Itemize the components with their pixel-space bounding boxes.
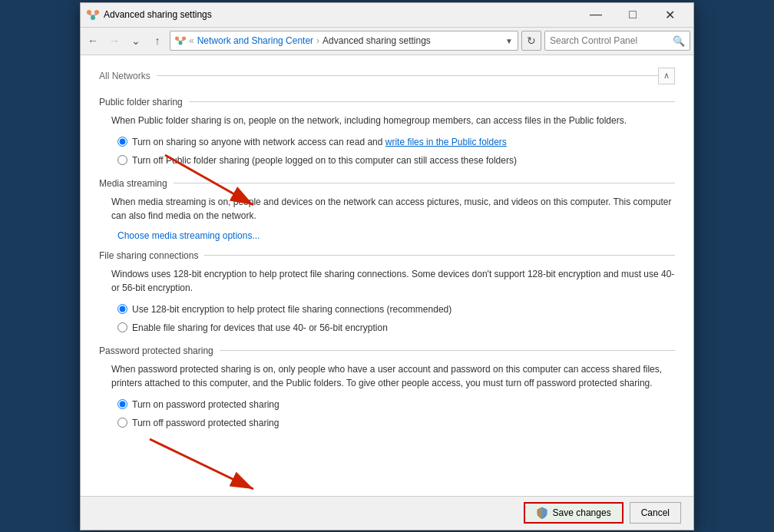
file-sharing-divider: File sharing connections bbox=[99, 250, 675, 261]
file-sharing-line bbox=[204, 255, 675, 256]
shield-icon bbox=[536, 507, 548, 519]
password-sharing-divider: Password protected sharing bbox=[99, 345, 675, 356]
svg-line-8 bbox=[177, 41, 181, 41]
file-sharing-title: File sharing connections bbox=[99, 250, 198, 261]
radio-128bit: Use 128-bit encryption to help protect f… bbox=[117, 302, 675, 316]
radio-turn-on-password-input[interactable] bbox=[117, 399, 127, 409]
minimize-button[interactable]: — bbox=[578, 2, 614, 27]
svg-point-5 bbox=[179, 41, 183, 45]
svg-line-9 bbox=[180, 41, 184, 41]
media-streaming-link[interactable]: Choose media streaming options... bbox=[117, 230, 675, 241]
collapse-button[interactable]: ∧ bbox=[658, 68, 675, 84]
all-networks-header: All Networks ∧ bbox=[99, 68, 675, 84]
search-input[interactable] bbox=[550, 35, 673, 46]
save-changes-button[interactable]: Save changes bbox=[524, 502, 624, 524]
media-streaming-line bbox=[174, 183, 675, 183]
forward-button[interactable]: → bbox=[105, 31, 124, 50]
media-streaming-section: Media streaming When media streaming is … bbox=[99, 178, 675, 241]
radio-turn-on-password: Turn on password protected sharing bbox=[117, 398, 675, 411]
file-sharing-section: File sharing connections Windows uses 12… bbox=[99, 250, 675, 335]
radio-turn-off-sharing-input[interactable] bbox=[117, 155, 127, 165]
svg-point-2 bbox=[94, 10, 99, 15]
radio-turn-on-sharing: Turn on sharing so anyone with network a… bbox=[117, 135, 675, 149]
svg-line-13 bbox=[150, 439, 253, 489]
public-folder-line bbox=[189, 101, 675, 102]
back-button[interactable]: ← bbox=[84, 31, 102, 50]
password-sharing-title: Password protected sharing bbox=[99, 345, 213, 356]
main-window: Advanced sharing settings — □ ✕ ← → ⌄ ↑ … bbox=[80, 2, 694, 530]
password-sharing-description: When password protected sharing is on, o… bbox=[111, 362, 675, 390]
radio-turn-off-password-label[interactable]: Turn off password protected sharing bbox=[132, 416, 279, 430]
radio-turn-off-sharing: Turn off Public folder sharing (people l… bbox=[117, 154, 675, 167]
save-changes-label: Save changes bbox=[553, 507, 611, 518]
network-sharing-icon bbox=[175, 35, 186, 46]
radio-128bit-input[interactable] bbox=[117, 304, 127, 314]
all-networks-label: All Networks bbox=[99, 71, 150, 81]
svg-point-0 bbox=[91, 15, 95, 20]
radio-turn-on-sharing-input[interactable] bbox=[117, 137, 127, 147]
address-bar: « Network and Sharing Center › Advanced … bbox=[170, 31, 518, 51]
cancel-button[interactable]: Cancel bbox=[630, 502, 681, 524]
up-button[interactable]: ↑ bbox=[148, 31, 167, 50]
address-chevron-left: « bbox=[189, 35, 194, 46]
svg-point-6 bbox=[175, 37, 179, 41]
radio-turn-on-sharing-label[interactable]: Turn on sharing so anyone with network a… bbox=[132, 135, 507, 149]
recent-button[interactable]: ⌄ bbox=[127, 31, 145, 50]
title-bar: Advanced sharing settings — □ ✕ bbox=[81, 3, 693, 28]
refresh-button[interactable]: ↻ bbox=[521, 31, 541, 51]
maximize-button[interactable]: □ bbox=[615, 2, 650, 27]
radio-turn-off-sharing-label[interactable]: Turn off Public folder sharing (people l… bbox=[132, 154, 517, 167]
svg-line-3 bbox=[89, 15, 93, 15]
address-current: Advanced sharing settings bbox=[322, 35, 431, 46]
arrow-annotation-2 bbox=[127, 431, 280, 496]
file-sharing-description: Windows uses 128-bit encryption to help … bbox=[111, 267, 675, 295]
media-streaming-description: When media streaming is on, people and d… bbox=[111, 195, 675, 223]
radio-128bit-label[interactable]: Use 128-bit encryption to help protect f… bbox=[132, 302, 452, 316]
public-folder-title: Public folder sharing bbox=[99, 97, 183, 107]
public-folder-section: Public folder sharing When Public folder… bbox=[99, 97, 675, 167]
footer-bar: Save changes Cancel bbox=[81, 496, 693, 530]
radio-turn-off-password-input[interactable] bbox=[117, 418, 127, 428]
svg-point-7 bbox=[182, 37, 186, 41]
window-controls: — □ ✕ bbox=[578, 2, 687, 27]
media-streaming-divider: Media streaming bbox=[99, 178, 675, 189]
nav-bar: ← → ⌄ ↑ « Network and Sharing Center › A… bbox=[81, 28, 693, 55]
password-sharing-section: Password protected sharing When password… bbox=[99, 345, 675, 430]
search-box: 🔍 bbox=[544, 31, 690, 51]
close-button[interactable]: ✕ bbox=[652, 2, 687, 27]
address-dropdown-arrow[interactable]: ▼ bbox=[505, 37, 513, 45]
public-folder-divider: Public folder sharing bbox=[99, 97, 675, 107]
window-title: Advanced sharing settings bbox=[104, 9, 578, 20]
content-area: All Networks ∧ Public folder sharing Whe… bbox=[81, 55, 693, 496]
radio-40-56bit: Enable file sharing for devices that use… bbox=[117, 321, 675, 335]
password-sharing-line bbox=[220, 350, 675, 351]
title-bar-icon bbox=[87, 8, 99, 21]
radio-turn-off-password: Turn off password protected sharing bbox=[117, 416, 675, 430]
svg-point-1 bbox=[87, 10, 91, 15]
address-network-sharing[interactable]: Network and Sharing Center bbox=[197, 35, 313, 46]
search-icon[interactable]: 🔍 bbox=[673, 35, 685, 47]
public-folder-description: When Public folder sharing is on, people… bbox=[111, 114, 675, 127]
radio-40-56bit-input[interactable] bbox=[117, 322, 127, 332]
svg-line-4 bbox=[93, 15, 97, 15]
section-divider bbox=[157, 75, 658, 76]
radio-turn-on-password-label[interactable]: Turn on password protected sharing bbox=[132, 398, 280, 411]
address-separator: › bbox=[316, 35, 319, 46]
media-streaming-title: Media streaming bbox=[99, 178, 167, 189]
radio-40-56bit-label[interactable]: Enable file sharing for devices that use… bbox=[132, 321, 388, 335]
